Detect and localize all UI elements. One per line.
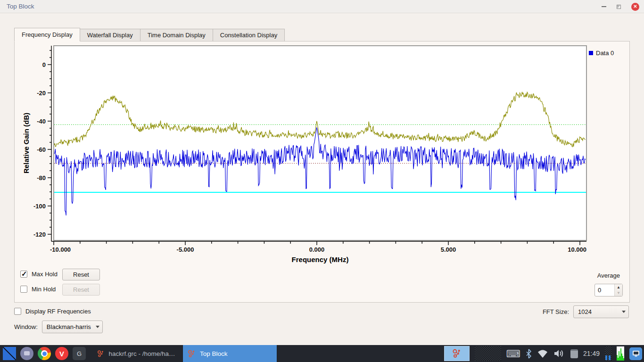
chevron-down-icon [622, 311, 626, 313]
svg-text:-100: -100 [33, 203, 46, 210]
system-monitor-graph[interactable] [617, 346, 624, 361]
display-rf-checkbox[interactable]: ✓ [14, 308, 21, 315]
minimize-icon[interactable] [602, 6, 606, 7]
min-hold-label: Min Hold [32, 286, 56, 293]
legend-swatch-data0 [589, 51, 593, 55]
window-fn-label: Window: [14, 323, 38, 330]
desktop-pager[interactable] [475, 346, 501, 361]
svg-text:5.000: 5.000 [441, 246, 456, 253]
display-rf-label: Display RF Frequencies [25, 308, 91, 315]
clock: 21:49 [583, 350, 600, 357]
svg-text:Frequency (MHz): Frequency (MHz) [292, 255, 349, 263]
frequency-display-panel: 0-20-40-60-80-100-120-10.000-5.0000.0005… [14, 41, 630, 303]
gnuradio-icon [452, 349, 462, 358]
svg-text:-40: -40 [37, 118, 46, 125]
vivaldi-icon[interactable]: V [55, 347, 68, 360]
gnuradio-icon [97, 350, 104, 358]
legend: Data 0 [589, 49, 614, 57]
tab-bar: Frequency Display Waterfall Display Time… [14, 29, 285, 41]
window-titlebar[interactable]: Top Block [0, 0, 644, 13]
task-item-hackrf[interactable]: hackrf.grc - /home/hasco… [92, 345, 183, 362]
svg-text:-80: -80 [37, 174, 46, 181]
tab-constellation-display[interactable]: Constellation Display [213, 29, 285, 41]
wifi-icon[interactable] [537, 349, 548, 358]
svg-text:-60: -60 [37, 146, 46, 153]
window-manager-icon[interactable] [3, 347, 16, 360]
svg-text:0: 0 [42, 61, 46, 68]
svg-text:-10.000: -10.000 [50, 246, 71, 253]
svg-text:-120: -120 [33, 231, 46, 238]
tab-waterfall-display[interactable]: Waterfall Display [80, 29, 140, 41]
tab-time-domain-display[interactable]: Time Domain Display [140, 29, 213, 41]
min-hold-checkbox[interactable]: ✓ [20, 286, 27, 293]
svg-text:-5.000: -5.000 [177, 246, 194, 253]
fft-size-value: 1024 [578, 308, 617, 315]
svg-text:-20: -20 [37, 90, 46, 97]
gnuradio-icon [188, 350, 196, 358]
spin-up-icon[interactable]: ▲ [615, 284, 622, 290]
taskbar: V G hackrf.grc - /home/hasco… Top Block [0, 345, 644, 362]
launcher-icons: V G [3, 347, 86, 360]
window-title: Top Block [7, 3, 34, 10]
window-fn-select[interactable]: Blackman-harris [42, 321, 103, 333]
bluetooth-icon[interactable] [526, 349, 532, 359]
maximize-icon[interactable] [617, 5, 621, 9]
frequency-plot[interactable]: 0-20-40-60-80-100-120-10.000-5.0000.0005… [15, 41, 630, 265]
clipboard-icon[interactable] [570, 349, 578, 358]
monitor-icon [632, 350, 640, 357]
average-input[interactable] [595, 284, 614, 296]
average-spinbox[interactable]: ▲ ▼ [594, 284, 623, 296]
show-desktop-icon[interactable] [629, 347, 642, 360]
system-tray: ⌨ 21:49 [444, 345, 644, 362]
svg-text:0.000: 0.000 [309, 246, 325, 253]
fft-size-select[interactable]: 1024 [573, 305, 629, 318]
tab-frequency-display[interactable]: Frequency Display [14, 28, 80, 41]
keyboard-layout-icon[interactable]: ⌨ [506, 349, 520, 359]
task-list: hackrf.grc - /home/hasco… Top Block [92, 345, 277, 362]
task-item-label: Top Block [200, 350, 228, 357]
svg-text:Relative Gain (dB): Relative Gain (dB) [22, 113, 30, 173]
gnuradio-tray-icon[interactable] [444, 346, 470, 361]
task-item-top-block[interactable]: Top Block [183, 345, 277, 362]
g-shortcut-icon[interactable]: G [73, 347, 86, 360]
chrome-icon[interactable] [38, 347, 51, 360]
max-hold-reset-button[interactable]: Reset [62, 269, 100, 280]
average-label: Average [597, 272, 620, 279]
min-hold-reset-button[interactable]: Reset [62, 284, 100, 296]
volume-icon[interactable] [553, 349, 565, 358]
close-icon[interactable] [631, 3, 639, 11]
spin-down-icon[interactable]: ▼ [615, 290, 622, 296]
legend-label-data0: Data 0 [596, 49, 614, 57]
max-hold-checkbox[interactable]: ✓ [20, 271, 27, 278]
screen-share-icon[interactable] [20, 347, 33, 360]
fft-size-label: FFT Size: [543, 308, 569, 315]
task-item-label: hackrf.grc - /home/hasco… [108, 350, 178, 357]
chevron-down-icon [96, 326, 99, 328]
max-hold-label: Max Hold [32, 271, 58, 278]
svg-text:10.000: 10.000 [568, 246, 586, 253]
window-fn-value: Blackman-harris [47, 323, 91, 330]
cpu-meter[interactable] [605, 346, 611, 361]
